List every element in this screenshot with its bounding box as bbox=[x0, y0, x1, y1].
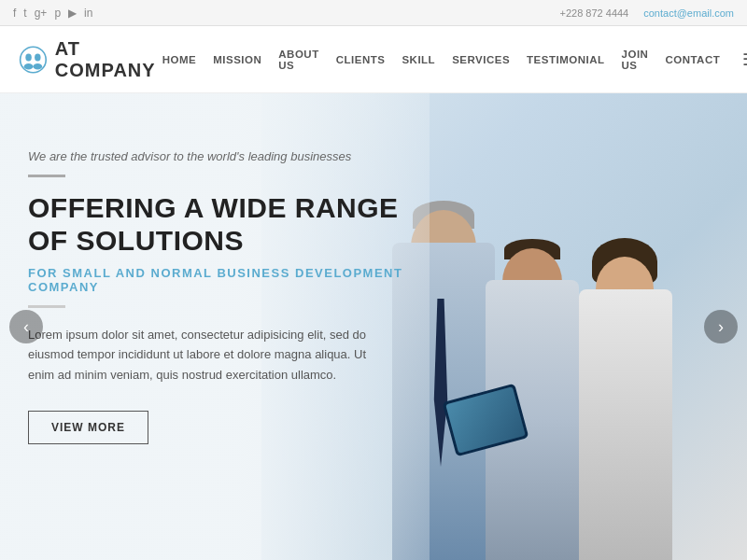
hero-title: OFFERING A WIDE RANGE OF SOLUTIONS bbox=[28, 192, 420, 257]
hero-tagline: We are the trusted advisor to the world'… bbox=[28, 149, 420, 163]
svg-point-2 bbox=[35, 53, 40, 61]
hero-description: Lorem ipsum dolor sit amet, consectetur … bbox=[28, 325, 383, 385]
facebook-icon[interactable]: f bbox=[13, 7, 16, 20]
main-nav: HOME MISSION ABOUT US CLIENTS SKILL SERV… bbox=[162, 49, 747, 71]
logo-icon bbox=[19, 42, 48, 77]
carousel-prev-button[interactable]: ‹ bbox=[9, 310, 43, 343]
carousel-next-button[interactable]: › bbox=[704, 310, 738, 343]
social-links[interactable]: f t g+ p ▶ in bbox=[13, 7, 92, 20]
svg-point-0 bbox=[21, 47, 47, 73]
person3-body bbox=[579, 289, 672, 560]
nav-about[interactable]: ABOUT US bbox=[278, 49, 318, 71]
nav-mission[interactable]: MISSION bbox=[213, 54, 261, 65]
linkedin-icon[interactable]: in bbox=[84, 7, 92, 20]
hero-sub-divider bbox=[28, 305, 65, 308]
svg-point-4 bbox=[33, 63, 42, 69]
svg-point-1 bbox=[25, 53, 31, 61]
nav-skill[interactable]: SKILL bbox=[402, 54, 435, 65]
nav-joinus[interactable]: JOIN US bbox=[622, 49, 649, 71]
hamburger-icon[interactable]: ☰ bbox=[742, 49, 747, 70]
nav-testimonial[interactable]: TESTIMONIAL bbox=[527, 54, 604, 65]
logo[interactable]: AT COMPANY bbox=[19, 38, 162, 81]
hero-content: We are the trusted advisor to the world'… bbox=[28, 149, 420, 444]
hero-cta-button[interactable]: VIEW MORE bbox=[28, 411, 148, 444]
nav-clients[interactable]: CLIENTS bbox=[336, 54, 386, 65]
google-plus-icon[interactable]: g+ bbox=[35, 7, 48, 20]
hero-divider bbox=[28, 175, 65, 177]
email-link[interactable]: contact@email.com bbox=[643, 7, 734, 19]
nav-services[interactable]: SERVICES bbox=[452, 54, 510, 65]
hero-section: We are the trusted advisor to the world'… bbox=[0, 93, 747, 560]
phone-number: +228 872 4444 bbox=[560, 7, 629, 19]
youtube-icon[interactable]: ▶ bbox=[68, 7, 77, 20]
svg-point-3 bbox=[24, 63, 34, 69]
header: AT COMPANY HOME MISSION ABOUT US CLIENTS… bbox=[0, 26, 747, 93]
pinterest-icon[interactable]: p bbox=[54, 7, 61, 20]
logo-text: AT COMPANY bbox=[55, 38, 162, 81]
twitter-icon[interactable]: t bbox=[23, 7, 26, 20]
top-bar: f t g+ p ▶ in +228 872 4444 contact@emai… bbox=[0, 0, 747, 26]
hero-subtitle: FOR SMALL AND NORMAL BUSINESS DEVELOPMEN… bbox=[28, 266, 420, 294]
nav-contact[interactable]: CONTACT bbox=[665, 54, 720, 65]
nav-home[interactable]: HOME bbox=[162, 54, 197, 65]
contact-info: +228 872 4444 contact@email.com bbox=[560, 7, 734, 19]
